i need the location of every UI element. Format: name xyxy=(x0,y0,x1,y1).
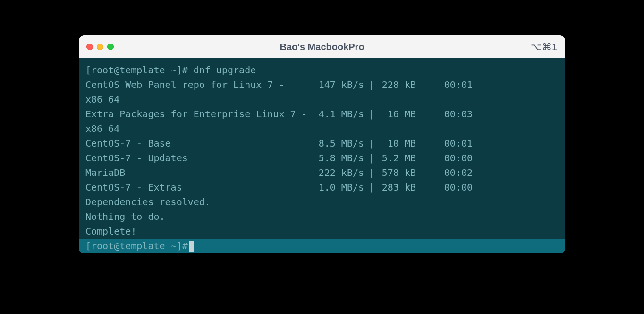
traffic-lights xyxy=(86,44,114,50)
status-message: Complete! xyxy=(85,224,559,239)
repo-speed: 5.8 MB/s xyxy=(317,151,364,166)
terminal-window: Bao's MacbookPro ⌥⌘1 [root@template ~]# … xyxy=(79,35,565,253)
status-message: Nothing to do. xyxy=(85,209,559,224)
repo-name: CentOS-7 - Base xyxy=(85,136,317,151)
pipe-sep: | xyxy=(364,180,378,195)
repo-size: 578 kB xyxy=(378,166,416,180)
repo-size: 228 kB xyxy=(378,78,416,107)
pipe-sep: | xyxy=(364,151,378,166)
repo-time: 00:01 xyxy=(416,136,473,151)
cursor-icon xyxy=(189,241,194,252)
pipe-sep: | xyxy=(364,107,378,136)
repo-speed: 1.0 MB/s xyxy=(317,180,364,195)
window-title: Bao's MacbookPro xyxy=(280,42,364,52)
window-shortcut: ⌥⌘1 xyxy=(531,41,558,52)
repo-speed: 147 kB/s xyxy=(317,78,364,107)
repo-time: 00:02 xyxy=(416,166,473,180)
repo-name: CentOS-7 - Extras xyxy=(85,180,317,195)
repo-row: CentOS-7 - Updates 5.8 MB/s | 5.2 MB 00:… xyxy=(85,151,559,166)
repo-row: CentOS-7 - Extras 1.0 MB/s | 283 kB 00:0… xyxy=(85,180,559,195)
repo-speed: 222 kB/s xyxy=(317,166,364,180)
repo-time: 00:00 xyxy=(416,180,473,195)
terminal-body[interactable]: [root@template ~]# dnf upgrade CentOS We… xyxy=(79,58,565,253)
active-prompt-line[interactable]: [root@template ~]# xyxy=(79,239,565,253)
minimize-icon[interactable] xyxy=(97,44,103,50)
command-text: dnf upgrade xyxy=(194,64,256,76)
maximize-icon[interactable] xyxy=(107,44,114,50)
repo-size: 10 MB xyxy=(378,136,416,151)
close-icon[interactable] xyxy=(86,44,93,50)
repo-row: CentOS Web Panel repo for Linux 7 - x86_… xyxy=(85,78,559,107)
status-message: Dependencies resolved. xyxy=(85,195,559,209)
repo-row: MariaDB 222 kB/s | 578 kB 00:02 xyxy=(85,166,559,180)
titlebar: Bao's MacbookPro ⌥⌘1 xyxy=(79,35,565,58)
repo-speed: 4.1 MB/s xyxy=(317,107,364,136)
pipe-sep: | xyxy=(364,136,378,151)
repo-size: 283 kB xyxy=(378,180,416,195)
repo-row: CentOS-7 - Base 8.5 MB/s | 10 MB 00:01 xyxy=(85,136,559,151)
repo-speed: 8.5 MB/s xyxy=(317,136,364,151)
prompt-text: [root@template ~]# xyxy=(85,64,194,76)
pipe-sep: | xyxy=(364,78,378,107)
repo-name: CentOS Web Panel repo for Linux 7 - x86_… xyxy=(85,78,317,107)
repo-name: Extra Packages for Enterprise Linux 7 - … xyxy=(85,107,317,136)
pipe-sep: | xyxy=(364,166,378,180)
repo-size: 5.2 MB xyxy=(378,151,416,166)
repo-time: 00:03 xyxy=(416,107,473,136)
repo-name: CentOS-7 - Updates xyxy=(85,151,317,166)
repo-time: 00:01 xyxy=(416,78,473,107)
repo-name: MariaDB xyxy=(85,166,317,180)
repo-size: 16 MB xyxy=(378,107,416,136)
prompt-text: [root@template ~]# xyxy=(85,239,188,253)
repo-time: 00:00 xyxy=(416,151,473,166)
repo-row: Extra Packages for Enterprise Linux 7 - … xyxy=(85,107,559,136)
command-line: [root@template ~]# dnf upgrade xyxy=(85,63,559,78)
